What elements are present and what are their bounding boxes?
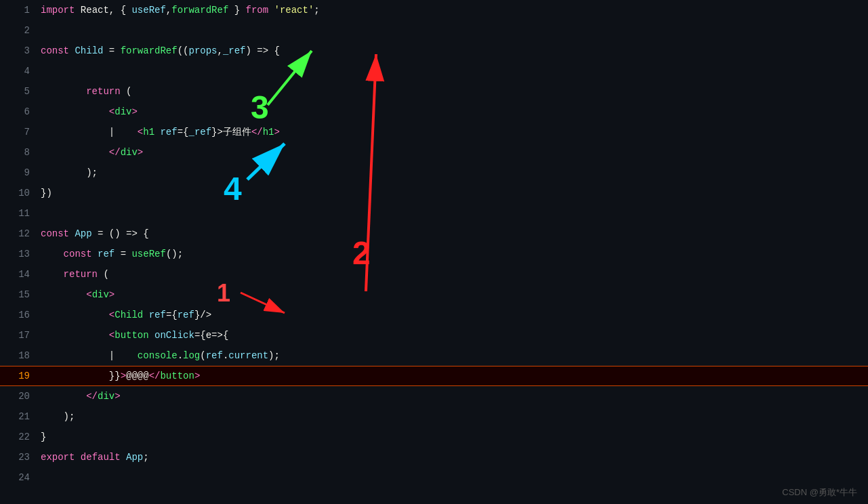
code-tokens: </div> bbox=[41, 391, 121, 402]
token-tag: < bbox=[138, 127, 143, 138]
token-punct bbox=[41, 269, 64, 280]
token-var: _ref bbox=[188, 127, 211, 138]
token-tagname: div bbox=[121, 147, 138, 158]
token-punct bbox=[75, 452, 80, 463]
token-var: current bbox=[228, 350, 268, 361]
code-line: 6 <div> bbox=[0, 102, 868, 122]
token-punct: } bbox=[228, 5, 245, 16]
token-tag: </ bbox=[149, 371, 161, 381]
token-punct: React, { bbox=[75, 5, 131, 16]
code-line: 13 const ref = useRef(); bbox=[0, 244, 868, 264]
line-number: 3 bbox=[5, 45, 30, 56]
code-tokens: | console.log(ref.current); bbox=[41, 350, 280, 361]
token-punct: ); bbox=[268, 350, 280, 361]
line-number: 7 bbox=[5, 127, 30, 138]
token-punct: ; bbox=[314, 5, 319, 16]
token-punct: = () => { bbox=[92, 228, 149, 239]
token-fn: useRef bbox=[131, 249, 165, 259]
line-number: 6 bbox=[5, 106, 30, 117]
token-punct bbox=[41, 289, 86, 300]
token-tag: > bbox=[138, 147, 143, 158]
line-number: 14 bbox=[5, 269, 30, 280]
line-number: 11 bbox=[5, 208, 30, 219]
code-line: 2 bbox=[0, 20, 868, 41]
code-tokens: return ( bbox=[41, 269, 109, 280]
token-tag: < bbox=[109, 310, 115, 320]
token-kw: export bbox=[41, 452, 75, 463]
token-punct: (( bbox=[178, 45, 189, 56]
code-tokens: <Child ref={ref}/> bbox=[41, 310, 211, 320]
token-punct bbox=[121, 452, 126, 463]
code-line: 18 | console.log(ref.current); bbox=[0, 345, 868, 366]
line-number: 2 bbox=[5, 25, 30, 36]
token-tag: </ bbox=[86, 391, 98, 402]
token-punct bbox=[41, 147, 109, 158]
token-punct: ( bbox=[98, 269, 109, 280]
token-var: App bbox=[126, 452, 143, 463]
token-punct bbox=[41, 391, 86, 402]
line-number: 20 bbox=[5, 391, 30, 402]
token-kw: return bbox=[64, 269, 98, 280]
code-line: 5 return ( bbox=[0, 81, 868, 102]
token-punct bbox=[41, 330, 109, 341]
token-tag: > bbox=[115, 391, 120, 402]
token-punct: , bbox=[218, 45, 223, 56]
token-attr: ref bbox=[160, 127, 177, 138]
token-tag: > bbox=[274, 127, 280, 138]
token-var: ref bbox=[206, 350, 223, 361]
token-punct: (); bbox=[166, 249, 183, 259]
line-number: 23 bbox=[5, 452, 30, 463]
token-punct: = bbox=[103, 45, 120, 56]
token-tag: > bbox=[121, 371, 126, 381]
token-punct: | bbox=[41, 127, 138, 138]
token-tagname: Child bbox=[115, 310, 143, 320]
token-punct: ={e=>{ bbox=[194, 330, 228, 341]
token-tag: </ bbox=[109, 147, 121, 158]
code-tokens: }}>@@@@</button> bbox=[41, 371, 200, 381]
token-punct: ( bbox=[121, 86, 132, 97]
token-tagname: button bbox=[115, 330, 148, 341]
token-kw: return bbox=[86, 86, 120, 97]
line-number: 16 bbox=[5, 310, 30, 320]
token-punct: ={ bbox=[166, 310, 178, 320]
line-number: 5 bbox=[5, 86, 30, 97]
code-tokens: </div> bbox=[41, 147, 143, 158]
token-str: 'react' bbox=[268, 5, 314, 16]
token-tagname: div bbox=[98, 391, 115, 402]
token-jsx-text: @@@@ bbox=[126, 371, 149, 381]
code-line: 14 return ( bbox=[0, 264, 868, 285]
code-editor: 1import React, { useRef,forwardRef } fro… bbox=[0, 0, 868, 504]
code-line: 22} bbox=[0, 427, 868, 447]
line-number: 22 bbox=[5, 432, 30, 442]
token-var: useRef bbox=[131, 5, 165, 16]
code-line: 15 <div> bbox=[0, 285, 868, 305]
code-line: 21 ); bbox=[0, 406, 868, 427]
code-tokens: const App = () => { bbox=[41, 228, 149, 239]
line-number: 19 bbox=[5, 371, 30, 381]
token-punct: ); bbox=[41, 167, 98, 178]
code-line: 20 </div> bbox=[0, 386, 868, 406]
token-punct: ( bbox=[200, 350, 205, 361]
token-punct: = bbox=[115, 249, 131, 259]
token-fn: log bbox=[183, 350, 200, 361]
code-tokens: export default App; bbox=[41, 452, 149, 463]
code-line: 10}) bbox=[0, 183, 868, 203]
code-line: 9 ); bbox=[0, 163, 868, 183]
code-tokens: const ref = useRef(); bbox=[41, 249, 183, 259]
code-line: 23export default App; bbox=[0, 447, 868, 467]
line-number: 13 bbox=[5, 249, 30, 259]
code-tokens: <button onClick={e=>{ bbox=[41, 330, 228, 341]
code-tokens: <div> bbox=[41, 106, 138, 117]
token-punct: ={ bbox=[178, 127, 189, 138]
token-punct bbox=[143, 310, 148, 320]
token-var: _ref bbox=[223, 45, 246, 56]
line-number: 1 bbox=[5, 5, 30, 16]
token-punct: ; bbox=[143, 452, 148, 463]
token-kw: import bbox=[41, 5, 75, 16]
token-tag: < bbox=[86, 289, 91, 300]
line-number: 24 bbox=[5, 472, 30, 483]
code-line: 4 bbox=[0, 61, 868, 81]
line-number: 12 bbox=[5, 228, 30, 239]
token-punct bbox=[41, 371, 109, 381]
line-number: 15 bbox=[5, 289, 30, 300]
